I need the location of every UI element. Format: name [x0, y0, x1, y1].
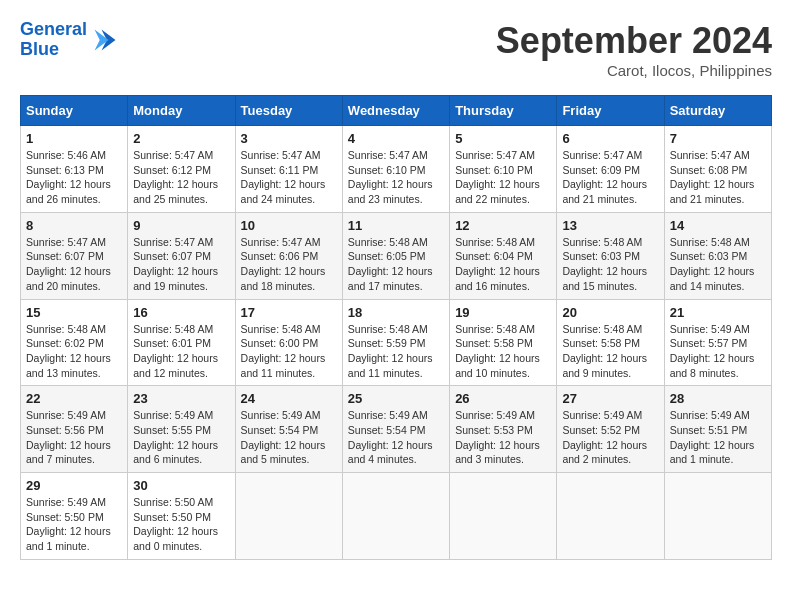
day-info: Sunrise: 5:47 AMSunset: 6:06 PMDaylight:…: [241, 235, 337, 294]
calendar-cell: 12Sunrise: 5:48 AMSunset: 6:04 PMDayligh…: [450, 212, 557, 299]
calendar-cell: 15Sunrise: 5:48 AMSunset: 6:02 PMDayligh…: [21, 299, 128, 386]
day-number: 16: [133, 305, 229, 320]
day-info: Sunrise: 5:48 AMSunset: 6:03 PMDaylight:…: [670, 235, 766, 294]
location: Carot, Ilocos, Philippines: [496, 62, 772, 79]
header-monday: Monday: [128, 96, 235, 126]
day-number: 24: [241, 391, 337, 406]
calendar-cell: [557, 473, 664, 560]
header-thursday: Thursday: [450, 96, 557, 126]
calendar-week-2: 8Sunrise: 5:47 AMSunset: 6:07 PMDaylight…: [21, 212, 772, 299]
title-area: September 2024 Carot, Ilocos, Philippine…: [496, 20, 772, 79]
day-info: Sunrise: 5:48 AMSunset: 5:59 PMDaylight:…: [348, 322, 444, 381]
day-info: Sunrise: 5:46 AMSunset: 6:13 PMDaylight:…: [26, 148, 122, 207]
calendar-cell: 20Sunrise: 5:48 AMSunset: 5:58 PMDayligh…: [557, 299, 664, 386]
calendar-cell: 5Sunrise: 5:47 AMSunset: 6:10 PMDaylight…: [450, 126, 557, 213]
day-number: 10: [241, 218, 337, 233]
day-number: 26: [455, 391, 551, 406]
calendar-cell: 2Sunrise: 5:47 AMSunset: 6:12 PMDaylight…: [128, 126, 235, 213]
calendar-cell: [450, 473, 557, 560]
calendar-cell: 26Sunrise: 5:49 AMSunset: 5:53 PMDayligh…: [450, 386, 557, 473]
day-number: 2: [133, 131, 229, 146]
day-info: Sunrise: 5:49 AMSunset: 5:52 PMDaylight:…: [562, 408, 658, 467]
day-number: 30: [133, 478, 229, 493]
day-number: 3: [241, 131, 337, 146]
day-info: Sunrise: 5:47 AMSunset: 6:10 PMDaylight:…: [455, 148, 551, 207]
day-info: Sunrise: 5:49 AMSunset: 5:54 PMDaylight:…: [348, 408, 444, 467]
day-info: Sunrise: 5:49 AMSunset: 5:56 PMDaylight:…: [26, 408, 122, 467]
day-number: 22: [26, 391, 122, 406]
calendar-cell: 18Sunrise: 5:48 AMSunset: 5:59 PMDayligh…: [342, 299, 449, 386]
day-info: Sunrise: 5:47 AMSunset: 6:10 PMDaylight:…: [348, 148, 444, 207]
weekday-header-row: Sunday Monday Tuesday Wednesday Thursday…: [21, 96, 772, 126]
day-number: 13: [562, 218, 658, 233]
day-number: 4: [348, 131, 444, 146]
day-info: Sunrise: 5:47 AMSunset: 6:08 PMDaylight:…: [670, 148, 766, 207]
day-number: 15: [26, 305, 122, 320]
day-info: Sunrise: 5:48 AMSunset: 6:02 PMDaylight:…: [26, 322, 122, 381]
day-number: 12: [455, 218, 551, 233]
day-number: 11: [348, 218, 444, 233]
calendar-cell: [235, 473, 342, 560]
calendar-cell: 1Sunrise: 5:46 AMSunset: 6:13 PMDaylight…: [21, 126, 128, 213]
header-wednesday: Wednesday: [342, 96, 449, 126]
calendar-cell: [664, 473, 771, 560]
calendar-cell: 11Sunrise: 5:48 AMSunset: 6:05 PMDayligh…: [342, 212, 449, 299]
header-saturday: Saturday: [664, 96, 771, 126]
day-number: 18: [348, 305, 444, 320]
day-info: Sunrise: 5:48 AMSunset: 6:04 PMDaylight:…: [455, 235, 551, 294]
day-info: Sunrise: 5:47 AMSunset: 6:12 PMDaylight:…: [133, 148, 229, 207]
day-number: 19: [455, 305, 551, 320]
day-number: 29: [26, 478, 122, 493]
calendar-cell: [342, 473, 449, 560]
page-header: GeneralBlue September 2024 Carot, Ilocos…: [20, 20, 772, 79]
day-info: Sunrise: 5:47 AMSunset: 6:07 PMDaylight:…: [26, 235, 122, 294]
svg-marker-1: [95, 29, 109, 50]
day-info: Sunrise: 5:49 AMSunset: 5:55 PMDaylight:…: [133, 408, 229, 467]
month-title: September 2024: [496, 20, 772, 62]
day-number: 8: [26, 218, 122, 233]
calendar-cell: 25Sunrise: 5:49 AMSunset: 5:54 PMDayligh…: [342, 386, 449, 473]
day-number: 25: [348, 391, 444, 406]
day-number: 14: [670, 218, 766, 233]
day-info: Sunrise: 5:47 AMSunset: 6:11 PMDaylight:…: [241, 148, 337, 207]
calendar-week-3: 15Sunrise: 5:48 AMSunset: 6:02 PMDayligh…: [21, 299, 772, 386]
day-info: Sunrise: 5:48 AMSunset: 5:58 PMDaylight:…: [455, 322, 551, 381]
day-number: 5: [455, 131, 551, 146]
calendar-cell: 19Sunrise: 5:48 AMSunset: 5:58 PMDayligh…: [450, 299, 557, 386]
header-sunday: Sunday: [21, 96, 128, 126]
day-info: Sunrise: 5:49 AMSunset: 5:53 PMDaylight:…: [455, 408, 551, 467]
calendar-week-1: 1Sunrise: 5:46 AMSunset: 6:13 PMDaylight…: [21, 126, 772, 213]
calendar-cell: 14Sunrise: 5:48 AMSunset: 6:03 PMDayligh…: [664, 212, 771, 299]
calendar-cell: 27Sunrise: 5:49 AMSunset: 5:52 PMDayligh…: [557, 386, 664, 473]
logo-text: GeneralBlue: [20, 20, 87, 60]
day-info: Sunrise: 5:48 AMSunset: 5:58 PMDaylight:…: [562, 322, 658, 381]
day-info: Sunrise: 5:47 AMSunset: 6:09 PMDaylight:…: [562, 148, 658, 207]
day-info: Sunrise: 5:48 AMSunset: 6:03 PMDaylight:…: [562, 235, 658, 294]
logo-icon: [91, 26, 119, 54]
calendar-cell: 7Sunrise: 5:47 AMSunset: 6:08 PMDaylight…: [664, 126, 771, 213]
calendar-cell: 21Sunrise: 5:49 AMSunset: 5:57 PMDayligh…: [664, 299, 771, 386]
day-number: 20: [562, 305, 658, 320]
calendar-cell: 10Sunrise: 5:47 AMSunset: 6:06 PMDayligh…: [235, 212, 342, 299]
calendar-cell: 16Sunrise: 5:48 AMSunset: 6:01 PMDayligh…: [128, 299, 235, 386]
calendar-cell: 4Sunrise: 5:47 AMSunset: 6:10 PMDaylight…: [342, 126, 449, 213]
day-info: Sunrise: 5:49 AMSunset: 5:50 PMDaylight:…: [26, 495, 122, 554]
calendar-cell: 22Sunrise: 5:49 AMSunset: 5:56 PMDayligh…: [21, 386, 128, 473]
calendar-week-5: 29Sunrise: 5:49 AMSunset: 5:50 PMDayligh…: [21, 473, 772, 560]
day-number: 9: [133, 218, 229, 233]
calendar-cell: 29Sunrise: 5:49 AMSunset: 5:50 PMDayligh…: [21, 473, 128, 560]
calendar-cell: 23Sunrise: 5:49 AMSunset: 5:55 PMDayligh…: [128, 386, 235, 473]
day-info: Sunrise: 5:49 AMSunset: 5:57 PMDaylight:…: [670, 322, 766, 381]
day-info: Sunrise: 5:48 AMSunset: 6:01 PMDaylight:…: [133, 322, 229, 381]
day-info: Sunrise: 5:49 AMSunset: 5:54 PMDaylight:…: [241, 408, 337, 467]
calendar-cell: 28Sunrise: 5:49 AMSunset: 5:51 PMDayligh…: [664, 386, 771, 473]
calendar-cell: 17Sunrise: 5:48 AMSunset: 6:00 PMDayligh…: [235, 299, 342, 386]
day-number: 23: [133, 391, 229, 406]
calendar-cell: 3Sunrise: 5:47 AMSunset: 6:11 PMDaylight…: [235, 126, 342, 213]
day-info: Sunrise: 5:48 AMSunset: 6:05 PMDaylight:…: [348, 235, 444, 294]
calendar-week-4: 22Sunrise: 5:49 AMSunset: 5:56 PMDayligh…: [21, 386, 772, 473]
day-number: 7: [670, 131, 766, 146]
calendar-cell: 9Sunrise: 5:47 AMSunset: 6:07 PMDaylight…: [128, 212, 235, 299]
day-number: 28: [670, 391, 766, 406]
calendar-cell: 24Sunrise: 5:49 AMSunset: 5:54 PMDayligh…: [235, 386, 342, 473]
